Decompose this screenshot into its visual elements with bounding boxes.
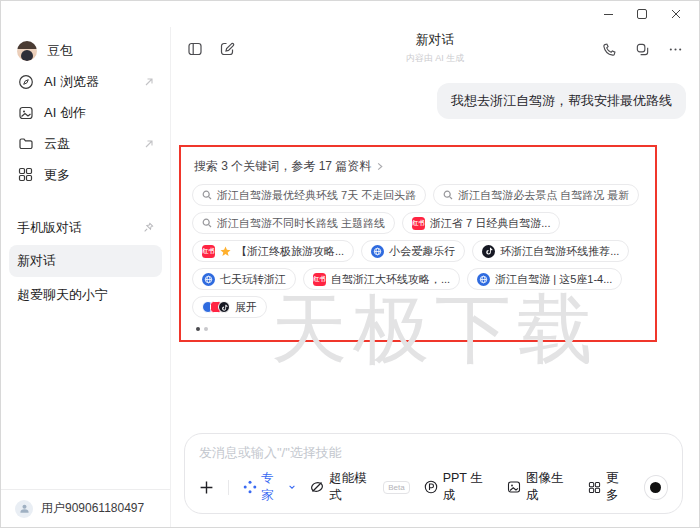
more-icon[interactable] bbox=[668, 42, 683, 57]
keyword-chip[interactable]: 浙江自驾游最优经典环线 7天 不走回头路 bbox=[192, 184, 426, 206]
chevron-right-icon bbox=[375, 162, 384, 171]
search-chips: 浙江自驾游最优经典环线 7天 不走回头路 浙江自驾游必去景点 自驾路况 最新 浙… bbox=[192, 184, 644, 318]
search-results-panel: 搜索 3 个关键词，参考 17 篇资料 浙江自驾游最优经典环线 7天 不走回头路 bbox=[179, 145, 657, 342]
image-generate-button[interactable]: 图像生成 bbox=[507, 470, 574, 504]
search-summary[interactable]: 搜索 3 个关键词，参考 17 篇资料 bbox=[194, 158, 644, 175]
expert-icon bbox=[243, 480, 257, 494]
sidebar-section-mobile-chats[interactable]: 手机版对话 bbox=[1, 212, 170, 243]
sidebar-item-more[interactable]: 更多 bbox=[1, 159, 170, 190]
xiaohongshu-icon: 红书 bbox=[412, 217, 425, 230]
grid-icon bbox=[588, 481, 601, 494]
divider bbox=[228, 480, 229, 495]
globe-icon bbox=[371, 245, 384, 258]
conversation-label: 新对话 bbox=[17, 252, 56, 270]
voice-record-button[interactable] bbox=[644, 475, 668, 500]
sidebar-item-label: AI 创作 bbox=[44, 104, 154, 122]
super-mode-button[interactable]: 超能模式 Beta bbox=[310, 470, 409, 504]
pin-icon bbox=[143, 222, 154, 233]
search-summary-text: 搜索 3 个关键词，参考 17 篇资料 bbox=[194, 158, 371, 175]
source-chip[interactable]: 红书 【浙江终极旅游攻略... bbox=[192, 240, 354, 262]
message-input[interactable] bbox=[199, 445, 668, 460]
grid-icon bbox=[17, 166, 34, 183]
super-mode-icon bbox=[310, 480, 324, 494]
douyin-icon bbox=[218, 301, 230, 313]
source-chip[interactable]: 小会爱趣乐行 bbox=[361, 240, 465, 262]
record-icon bbox=[650, 482, 661, 493]
maximize-button[interactable] bbox=[625, 3, 659, 25]
star-icon bbox=[220, 246, 231, 257]
sidebar-item-label: 云盘 bbox=[44, 135, 134, 153]
composer: 专家 超能模式 Beta PPT 生成 图像生成 bbox=[184, 433, 683, 514]
external-link-icon bbox=[144, 139, 154, 149]
beta-badge: Beta bbox=[383, 481, 409, 494]
conversation-new-chat[interactable]: 新对话 bbox=[9, 245, 162, 277]
plus-icon bbox=[199, 480, 214, 495]
conversation-label: 超爱聊天的小宁 bbox=[17, 286, 108, 304]
ppt-generate-button[interactable]: PPT 生成 bbox=[424, 470, 493, 504]
source-chip[interactable]: 浙江自驾游 | 这5座1-4... bbox=[467, 268, 622, 290]
user-message-bubble: 我想去浙江自驾游，帮我安排最优路线 bbox=[437, 83, 686, 119]
source-icons-stack bbox=[202, 301, 230, 313]
expand-chip[interactable]: 展开 bbox=[192, 296, 267, 318]
search-icon bbox=[202, 218, 212, 228]
dot-inactive bbox=[204, 327, 208, 331]
source-chip[interactable]: 红书 浙江省 7 日经典自驾游... bbox=[402, 212, 560, 234]
username: 用户909061180497 bbox=[41, 500, 144, 517]
xiaohongshu-icon: 红书 bbox=[202, 245, 215, 258]
source-chip[interactable]: 环浙江自驾游环线推荐... bbox=[472, 240, 629, 262]
sidebar-item-cloud-drive[interactable]: 云盘 bbox=[1, 128, 170, 159]
image-icon bbox=[17, 104, 34, 121]
keyword-chip[interactable]: 浙江自驾游必去景点 自驾路况 最新 bbox=[433, 184, 639, 206]
source-chip[interactable]: 七天玩转浙江 bbox=[192, 268, 296, 290]
sidebar-item-label: AI 浏览器 bbox=[44, 73, 134, 91]
minimize-button[interactable] bbox=[591, 3, 625, 25]
image-icon bbox=[507, 480, 521, 494]
sidebar-item-ai-creation[interactable]: AI 创作 bbox=[1, 97, 170, 128]
globe-icon bbox=[202, 273, 215, 286]
sidebar-item-doubao[interactable]: 豆包 bbox=[1, 35, 170, 66]
app-window: 豆包 AI 浏览器 AI 创作 云盘 bbox=[0, 0, 700, 528]
folder-icon bbox=[17, 135, 34, 152]
keyword-chip[interactable]: 浙江自驾游不同时长路线 主题路线 bbox=[192, 212, 395, 234]
external-link-icon bbox=[144, 77, 154, 87]
globe-icon bbox=[477, 273, 490, 286]
conversation-xiaoning[interactable]: 超爱聊天的小宁 bbox=[9, 279, 162, 311]
dot-active bbox=[196, 327, 200, 331]
close-button[interactable] bbox=[659, 3, 693, 25]
pagination-dots[interactable] bbox=[196, 327, 644, 331]
chat-body: 我想去浙江自驾游，帮我安排最优路线 搜索 3 个关键词，参考 17 篇资料 浙江… bbox=[171, 71, 699, 433]
expert-mode-button[interactable]: 专家 bbox=[243, 470, 296, 504]
new-chat-icon[interactable] bbox=[219, 41, 235, 57]
compass-icon bbox=[17, 73, 34, 90]
attach-button[interactable] bbox=[199, 480, 214, 495]
doubao-avatar bbox=[17, 41, 37, 61]
titlebar bbox=[1, 1, 699, 27]
xiaohongshu-icon: 红书 bbox=[313, 273, 326, 286]
user-account[interactable]: 用户909061180497 bbox=[1, 489, 170, 527]
search-icon bbox=[443, 190, 453, 200]
user-icon bbox=[15, 500, 33, 518]
sidebar-item-ai-browser[interactable]: AI 浏览器 bbox=[1, 66, 170, 97]
sidebar: 豆包 AI 浏览器 AI 创作 云盘 bbox=[1, 27, 171, 527]
sidebar-item-label: 更多 bbox=[44, 166, 154, 184]
sidebar-item-label: 豆包 bbox=[47, 42, 154, 60]
chat-header: 新对话 内容由 AI 生成 bbox=[171, 27, 699, 71]
chevron-down-icon bbox=[288, 483, 296, 491]
chat-main: 新对话 内容由 AI 生成 我想去浙江自驾游，帮 bbox=[171, 27, 699, 527]
section-title: 手机版对话 bbox=[17, 219, 133, 237]
phone-icon[interactable] bbox=[602, 42, 617, 57]
share-icon[interactable] bbox=[635, 42, 650, 57]
douyin-icon bbox=[482, 245, 495, 258]
sidebar-toggle-icon[interactable] bbox=[187, 41, 203, 57]
ppt-icon bbox=[424, 480, 438, 494]
more-tools-button[interactable]: 更多 bbox=[588, 470, 630, 504]
search-icon bbox=[202, 190, 212, 200]
source-chip[interactable]: 红书 自驾浙江大环线攻略，... bbox=[303, 268, 460, 290]
